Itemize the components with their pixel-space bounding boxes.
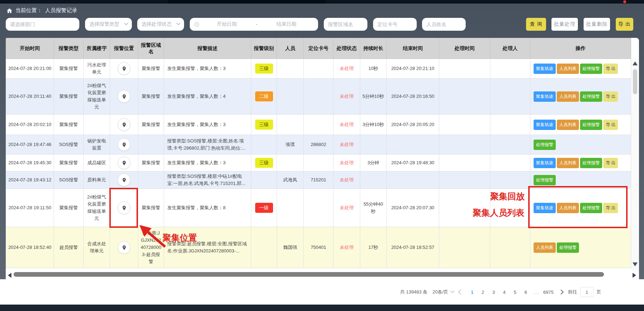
annotation-gather-people-list: 聚集人员列表 xyxy=(473,207,524,219)
scroll-up-arrow-icon[interactable] xyxy=(633,61,638,65)
handle-status-select[interactable]: 选择处理状态 xyxy=(137,18,184,31)
track-action-button[interactable]: 聚集轨迹 xyxy=(534,120,556,130)
location-pin-icon[interactable] xyxy=(118,118,130,131)
location-pin-icon[interactable] xyxy=(118,90,130,103)
page-number-6[interactable]: 6 xyxy=(521,288,530,296)
status-unhandled-label: 未处理 xyxy=(340,205,354,210)
location-pin-icon[interactable] xyxy=(118,138,130,151)
annotation-box-actions xyxy=(528,186,628,228)
alarm-level-badge: 三级 xyxy=(255,64,273,74)
column-header-报警区域名: 报警区域名 xyxy=(138,38,164,59)
card-number-input-field[interactable] xyxy=(377,21,412,27)
cell-description: 发生聚集报警，聚集人数：3 xyxy=(164,59,251,79)
export-action-button[interactable]: 导 出 xyxy=(603,120,618,130)
batch-handle-button[interactable]: 批量处理 xyxy=(551,18,578,31)
export-action-button[interactable]: 导 出 xyxy=(603,158,618,168)
export-button[interactable]: 导 出 xyxy=(616,18,633,31)
location-pin-icon[interactable] xyxy=(118,62,130,75)
track-action-button[interactable]: 聚集轨迹 xyxy=(534,64,556,74)
annotation-gather-position: 聚集位置 xyxy=(163,232,197,244)
annotation-gather-replay: 聚集回放 xyxy=(490,191,525,202)
card-number-input[interactable] xyxy=(373,18,417,31)
location-pin-icon[interactable] xyxy=(118,241,130,254)
cell-end-time: 2024-07-28 20:16:50 xyxy=(387,79,439,115)
handle-action-button[interactable]: 处理报警 xyxy=(580,158,602,168)
end-date-placeholder[interactable]: 结束日期 xyxy=(259,21,314,27)
track-action-button[interactable]: 聚集轨迹 xyxy=(534,158,556,168)
page-number-4[interactable]: 4 xyxy=(500,288,509,296)
page-ellipsis[interactable]: ... xyxy=(532,288,541,296)
handle-action-button[interactable]: 处理报警 xyxy=(580,64,602,74)
people-action-button[interactable]: 人员列表 xyxy=(534,242,556,253)
cell-handle-time xyxy=(439,59,490,79)
area-name-input-field[interactable] xyxy=(328,21,363,27)
vertical-scrollbar-thumb[interactable] xyxy=(633,69,637,94)
cell-handle-status: 未处理 xyxy=(333,171,360,189)
date-range-picker[interactable]: 开始日期 - 结束日期 xyxy=(190,18,318,31)
person-name-input[interactable] xyxy=(422,18,466,31)
alarm-table-container: 开始时间报警类型所属楼宇报警位置报警区域名报警描述报警级别人员定位卡号处理状态持… xyxy=(6,38,639,279)
page-size-select[interactable]: 20条/页 xyxy=(432,289,454,295)
pagination-total: 共 139483 条 xyxy=(400,289,427,295)
department-input[interactable] xyxy=(6,18,79,31)
status-unhandled-label: 未处理 xyxy=(340,66,354,71)
cell-person xyxy=(277,79,304,115)
search-button[interactable]: 查 询 xyxy=(526,18,546,31)
cell-alarm-level xyxy=(251,227,277,268)
vertical-scrollbar[interactable] xyxy=(631,59,639,271)
people-action-button[interactable]: 人员列表 xyxy=(557,158,579,168)
cell-handle-time xyxy=(439,171,490,189)
cell-end-time xyxy=(387,135,439,155)
cell-alarm-level xyxy=(251,135,277,155)
page-number-5[interactable]: 5 xyxy=(510,288,520,296)
department-input-field[interactable] xyxy=(10,21,75,27)
page-number-last[interactable]: 6975 xyxy=(543,288,554,296)
page-number-2[interactable]: 2 xyxy=(478,288,487,296)
batch-delete-button[interactable]: 批量删除 xyxy=(584,18,610,31)
horizontal-scrollbar[interactable] xyxy=(6,271,639,279)
status-unhandled-label: 未处理 xyxy=(340,122,354,127)
table-header-row: 开始时间报警类型所属楼宇报警位置报警区域名报警描述报警级别人员定位卡号处理状态持… xyxy=(6,38,631,59)
scroll-left-arrow-icon[interactable] xyxy=(8,273,11,278)
alarm-type-placeholder: 选择报警类型 xyxy=(89,21,119,27)
cell-alarm-type: 聚集报警 xyxy=(54,155,84,171)
people-action-button[interactable]: 人员列表 xyxy=(557,64,579,74)
cell-end-time: 2024-07-28 20:07:30 xyxy=(387,189,439,227)
people-action-button[interactable]: 人员列表 xyxy=(557,91,579,102)
horizontal-scrollbar-thumb[interactable] xyxy=(14,272,604,277)
export-action-button[interactable]: 导 出 xyxy=(603,91,618,102)
alarm-type-select[interactable]: 选择报警类型 xyxy=(85,18,132,31)
handle-action-button[interactable]: 处理报警 xyxy=(580,120,602,130)
handle-action-button[interactable]: 处理报警 xyxy=(534,140,556,150)
cell-handle-status: 未处理 xyxy=(333,155,360,171)
date-separator: - xyxy=(254,21,259,27)
page-number-1[interactable]: 1 xyxy=(467,288,477,296)
cell-handle-status: 未处理 xyxy=(333,227,360,268)
location-pin-icon[interactable] xyxy=(118,174,130,186)
cell-description: 发生聚集报警，聚集人数：3 xyxy=(164,115,251,135)
next-page-button[interactable] xyxy=(559,290,564,295)
column-header-定位卡号: 定位卡号 xyxy=(304,38,333,59)
people-action-button[interactable]: 人员列表 xyxy=(557,120,579,130)
scroll-right-arrow-icon[interactable] xyxy=(633,273,636,278)
handle-action-button[interactable]: 处理报警 xyxy=(557,242,579,253)
area-name-input[interactable] xyxy=(324,18,367,31)
person-name-input-field[interactable] xyxy=(426,21,461,27)
cell-end-time xyxy=(387,171,439,189)
track-action-button[interactable]: 聚集轨迹 xyxy=(534,91,556,102)
previous-page-button[interactable] xyxy=(458,290,463,295)
start-date-placeholder[interactable]: 开始日期 xyxy=(199,21,254,27)
goto-suffix: 页 xyxy=(596,289,601,295)
goto-label: 前往 xyxy=(568,289,577,295)
column-header-所属楼宇: 所属楼宇 xyxy=(84,38,110,59)
location-pin-icon[interactable] xyxy=(118,156,130,169)
goto-page-input[interactable] xyxy=(580,287,594,297)
handle-action-button[interactable]: 处理报警 xyxy=(580,91,602,102)
home-icon[interactable] xyxy=(6,8,13,14)
scroll-down-arrow-icon[interactable] xyxy=(633,262,638,266)
cell-end-time: 2024-07-28 18:52:57 xyxy=(387,227,439,268)
export-action-button[interactable]: 导 出 xyxy=(603,64,618,74)
column-header-处理状态: 处理状态 xyxy=(333,38,360,59)
handle-action-button[interactable]: 处理报警 xyxy=(534,175,556,185)
page-number-3[interactable]: 3 xyxy=(489,288,498,296)
